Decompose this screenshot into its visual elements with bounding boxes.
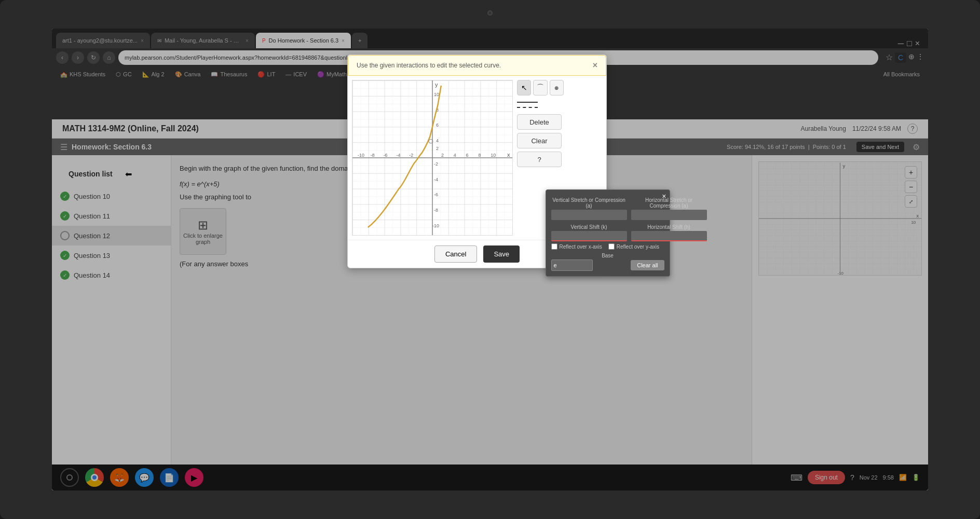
delete-button[interactable]: Delete (517, 114, 562, 130)
reflect-y-label: Reflect over y-axis (617, 244, 659, 250)
base-input[interactable] (551, 260, 593, 271)
svg-text:-2: -2 (434, 161, 438, 167)
solid-line-option[interactable] (517, 101, 538, 104)
horizontal-shift-field: Horizontal Shift (h) (631, 224, 707, 241)
reflect-x-checkbox[interactable] (551, 243, 557, 250)
modal-overlay: Use the given interactions to edit the s… (52, 29, 928, 490)
svg-text:2: 2 (436, 146, 439, 151)
graph-svg: y x 10 8 6 4 2 -2 -4 -6 -8 (352, 80, 512, 235)
laptop-bezel: art1 - ayoung2@stu.kourtze... × ✉ Mail -… (0, 0, 980, 519)
transform-panel: × Vertical Stretch or Compression (a) Ho… (546, 189, 670, 277)
point-icon: ⊕ (554, 85, 559, 91)
dashed-line-option[interactable] (517, 106, 538, 109)
vertical-shift-field: Vertical Shift (k) (551, 224, 627, 241)
horizontal-shift-label: Horizontal Shift (h) (631, 224, 707, 230)
curve-tool-button[interactable]: ⌒ (533, 80, 547, 95)
tool-row-top: ↖ ⌒ ⊕ (517, 80, 564, 95)
reflect-x-label: Reflect over x-axis (560, 244, 602, 250)
select-icon: ↖ (521, 84, 527, 92)
vertical-stretch-input[interactable] (551, 210, 627, 220)
horizontal-stretch-field: Horizontal Stretch or Compression (a) (631, 197, 707, 220)
vertical-shift-input[interactable] (551, 231, 627, 241)
transform-grid: Vertical Stretch or Compression (a) Hori… (551, 197, 664, 241)
save-button[interactable]: Save (483, 245, 520, 263)
svg-text:-10: -10 (358, 153, 364, 158)
modal-instruction-text: Use the given interactions to edit the s… (357, 62, 501, 69)
screen: art1 - ayoung2@stu.kourtze... × ✉ Mail -… (52, 29, 928, 490)
modal-instruction-bar: Use the given interactions to edit the s… (348, 55, 606, 76)
vertical-stretch-field: Vertical Stretch or Compression (a) (551, 197, 627, 220)
modal-close-button[interactable]: × (593, 61, 597, 70)
svg-text:4: 4 (436, 138, 439, 143)
reflect-y-checkbox[interactable] (608, 243, 615, 250)
reflect-row: Reflect over x-axis Reflect over y-axis (551, 243, 664, 250)
svg-text:-10: -10 (432, 223, 439, 228)
svg-text:6: 6 (466, 153, 469, 158)
help-button-modal[interactable]: ? (517, 152, 562, 167)
svg-text:y: y (435, 81, 438, 88)
vertical-stretch-label: Vertical Stretch or Compression (a) (551, 197, 627, 209)
point-tool-button[interactable]: ⊕ (550, 80, 564, 95)
base-label: Base (551, 253, 664, 258)
graph-canvas[interactable]: y x 10 8 6 4 2 -2 -4 -6 -8 (352, 80, 513, 236)
svg-text:-4: -4 (396, 153, 400, 158)
svg-text:-6: -6 (434, 193, 438, 198)
clear-button[interactable]: Clear (517, 133, 562, 148)
solid-line-icon (517, 102, 538, 103)
delete-label: Delete (529, 118, 549, 126)
vertical-shift-label: Vertical Shift (k) (551, 224, 627, 230)
svg-text:10: 10 (434, 92, 439, 97)
help-icon-modal: ? (537, 156, 541, 163)
horizontal-stretch-input[interactable] (631, 210, 707, 220)
svg-text:-8: -8 (371, 153, 375, 158)
clear-label: Clear (531, 137, 547, 145)
horizontal-stretch-label: Horizontal Stretch or Compression (a) (631, 197, 707, 209)
select-tool-button[interactable]: ↖ (517, 80, 531, 95)
svg-text:8: 8 (478, 153, 481, 158)
svg-text:6: 6 (436, 122, 439, 128)
dashed-line-icon (517, 107, 538, 108)
svg-text:2: 2 (441, 153, 444, 158)
svg-text:4: 4 (454, 153, 456, 158)
svg-text:x: x (507, 152, 510, 158)
horizontal-shift-input[interactable] (631, 231, 707, 241)
transform-panel-close[interactable]: × (662, 192, 666, 200)
svg-text:-4: -4 (434, 177, 438, 182)
svg-text:10: 10 (491, 153, 496, 158)
base-row: Base Clear all (551, 253, 664, 271)
svg-text:-2: -2 (409, 153, 413, 158)
svg-text:-8: -8 (434, 208, 438, 213)
camera (487, 10, 493, 16)
svg-text:-6: -6 (384, 153, 388, 158)
curve-icon: ⌒ (537, 83, 544, 92)
cancel-button[interactable]: Cancel (434, 245, 477, 263)
clear-all-button[interactable]: Clear all (631, 260, 664, 270)
